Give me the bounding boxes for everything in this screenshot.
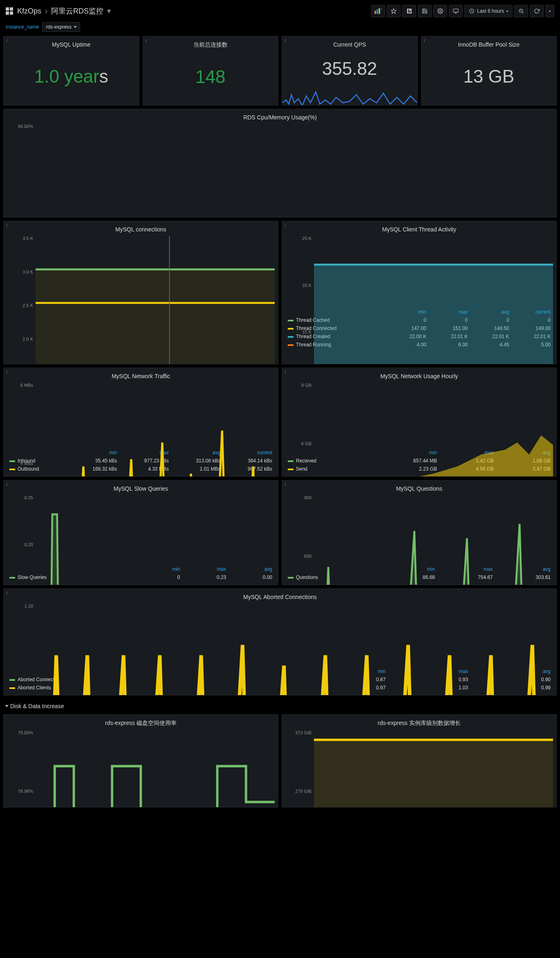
chart-area[interactable]	[36, 495, 275, 585]
info-icon[interactable]: i	[284, 222, 286, 229]
row-toggle-disk[interactable]: Disk & Data Increase	[3, 699, 557, 711]
stat-conn-value: 148	[195, 67, 225, 87]
y-axis: 25 K20 K15 K10 K5 K0	[285, 236, 314, 364]
panel-title: MySQL Network Usage Hourly	[285, 370, 553, 383]
view-mode-button[interactable]	[449, 5, 463, 17]
svg-rect-0	[374, 11, 376, 14]
chart-area[interactable]	[36, 730, 275, 808]
chart-area[interactable]	[314, 383, 553, 477]
panel-title: RDS Cpu/Memory Usage(%)	[7, 112, 553, 124]
panel-title: rds-express 实例库级别数据增长	[285, 717, 553, 730]
panel-title: MySQL Questions	[285, 483, 553, 495]
refresh-interval-picker[interactable]: ▾	[545, 5, 554, 17]
svg-marker-4	[391, 9, 396, 13]
info-icon[interactable]: i	[6, 482, 7, 488]
info-icon[interactable]: i	[284, 482, 286, 488]
panel-title: MySQL Client Thread Activity	[285, 224, 553, 236]
star-button[interactable]	[387, 5, 401, 17]
qps-sparkline	[282, 84, 417, 105]
chart-area[interactable]	[36, 236, 275, 364]
save-button[interactable]	[418, 5, 432, 17]
stat-uptime-unit: s	[99, 66, 108, 87]
time-range-label: Last 6 hours	[477, 8, 504, 14]
y-axis: 80.00%60.00%40.00%20.00%0%	[7, 124, 36, 218]
svg-rect-1	[376, 9, 378, 14]
y-axis: 1.101.051.000.950.900.85	[7, 604, 36, 696]
info-icon[interactable]: i	[284, 38, 286, 44]
y-axis: 79.00%78.98%78.96%78.94%78.92%	[7, 730, 36, 808]
stat-bufpool-value: 13 GB	[463, 66, 514, 87]
chart-area[interactable]	[36, 383, 275, 477]
page-title: InnoDB Buffer Pool Size	[425, 39, 553, 51]
stat-uptime-value: 1.0 year	[34, 66, 99, 87]
breadcrumb: KfzOps › 阿里云RDS监控 ▾	[17, 6, 111, 16]
variable-dropdown[interactable]: rds-express	[42, 22, 80, 32]
chart-area[interactable]	[314, 730, 553, 808]
svg-rect-6	[453, 9, 458, 12]
settings-button[interactable]	[433, 5, 447, 17]
info-icon[interactable]: i	[6, 369, 7, 375]
share-button[interactable]	[402, 5, 416, 17]
info-icon[interactable]: i	[146, 38, 147, 44]
chart-area[interactable]	[36, 124, 553, 218]
svg-rect-13	[36, 269, 275, 364]
add-panel-button[interactable]: +	[371, 5, 385, 17]
workspace-link[interactable]: KfzOps	[17, 7, 41, 15]
info-icon[interactable]: i	[6, 38, 7, 44]
svg-rect-19	[314, 265, 553, 364]
svg-rect-23	[314, 740, 553, 808]
page-title: MySQL Uptime	[7, 39, 136, 51]
y-axis: 0.250.200.150.100.050	[7, 495, 36, 585]
info-icon[interactable]: i	[6, 222, 7, 229]
svg-line-11	[522, 12, 523, 13]
y-axis: 8006004002000	[285, 495, 314, 585]
chart-area[interactable]	[36, 604, 553, 696]
y-axis: 3.5 K3.0 K2.5 K2.0 K1.5 K1.0 K5000	[7, 236, 36, 364]
info-icon[interactable]: i	[284, 369, 286, 375]
svg-text:+: +	[381, 8, 382, 11]
panel-title: MySQL Aborted Connections	[7, 591, 553, 604]
time-range-picker[interactable]: Last 6 hours ▾	[464, 5, 513, 17]
panel-title: MySQL Network Traffic	[7, 370, 275, 383]
info-icon[interactable]: i	[6, 590, 7, 596]
panel-title: MySQL Slow Queries	[7, 483, 275, 495]
chart-area[interactable]	[314, 495, 553, 585]
zoom-out-button[interactable]	[514, 5, 528, 17]
dashboard-icon[interactable]	[6, 7, 13, 15]
panel-title: MySQL connections	[7, 224, 275, 236]
stat-qps-value: 355.82	[322, 58, 377, 79]
info-icon[interactable]: i	[424, 38, 425, 44]
y-axis: 8 GB6 GB4 GB2 GB0 B	[285, 383, 314, 477]
page-title: 当前总连接数	[146, 39, 275, 52]
page-title: Current QPS	[285, 39, 414, 51]
refresh-button[interactable]	[530, 5, 544, 17]
chevron-down-icon[interactable]: ▾	[107, 7, 111, 15]
svg-point-5	[439, 10, 441, 12]
dashboard-name[interactable]: 阿里云RDS监控	[51, 7, 103, 15]
variable-label: instance_name	[6, 24, 39, 30]
panel-title: rds-express 磁盘空间使用率	[7, 717, 275, 730]
chart-area[interactable]	[314, 236, 553, 364]
svg-rect-2	[379, 8, 380, 14]
header-toolbar: + Last 6 hours ▾ ▾	[371, 5, 554, 17]
y-axis: 6 MBs4 MBs2 MBs0 Bs	[7, 383, 36, 477]
y-axis: 373 GiB279 GiB186 GiB93 GiB0 GiB	[285, 730, 314, 808]
